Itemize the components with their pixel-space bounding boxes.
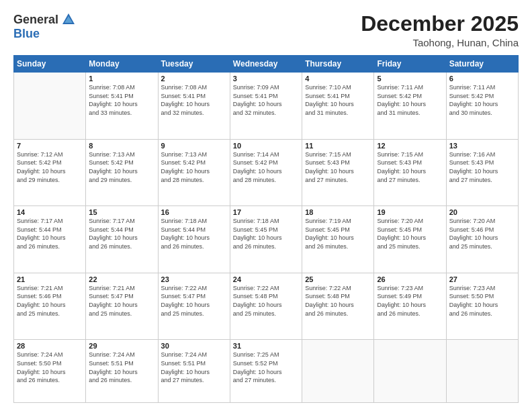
calendar-cell: 11Sunrise: 7:15 AMSunset: 5:43 PMDayligh… bbox=[302, 139, 374, 206]
day-info: Sunrise: 7:22 AMSunset: 5:48 PMDaylight:… bbox=[233, 284, 299, 318]
calendar-cell: 19Sunrise: 7:20 AMSunset: 5:45 PMDayligh… bbox=[374, 206, 446, 273]
col-monday: Monday bbox=[86, 56, 158, 73]
day-info: Sunrise: 7:10 AMSunset: 5:41 PMDaylight:… bbox=[305, 83, 371, 117]
calendar-cell: 25Sunrise: 7:22 AMSunset: 5:48 PMDayligh… bbox=[302, 273, 374, 340]
calendar-header-row: Sunday Monday Tuesday Wednesday Thursday… bbox=[14, 56, 519, 73]
day-number: 5 bbox=[377, 75, 443, 83]
day-number: 29 bbox=[89, 342, 154, 350]
day-number: 18 bbox=[305, 208, 371, 216]
day-number: 17 bbox=[233, 208, 299, 216]
calendar-cell: 24Sunrise: 7:22 AMSunset: 5:48 PMDayligh… bbox=[230, 273, 302, 340]
calendar-cell bbox=[374, 340, 446, 403]
day-info: Sunrise: 7:22 AMSunset: 5:48 PMDaylight:… bbox=[305, 284, 371, 318]
day-info: Sunrise: 7:11 AMSunset: 5:42 PMDaylight:… bbox=[377, 83, 443, 117]
day-info: Sunrise: 7:08 AMSunset: 5:41 PMDaylight:… bbox=[89, 83, 154, 117]
calendar-cell: 26Sunrise: 7:23 AMSunset: 5:49 PMDayligh… bbox=[374, 273, 446, 340]
week-row-5: 28Sunrise: 7:24 AMSunset: 5:50 PMDayligh… bbox=[14, 340, 519, 403]
day-number: 1 bbox=[89, 75, 154, 83]
day-number: 8 bbox=[89, 142, 154, 150]
logo: General Blue bbox=[13, 12, 76, 41]
calendar-cell: 28Sunrise: 7:24 AMSunset: 5:50 PMDayligh… bbox=[14, 340, 86, 403]
day-number: 28 bbox=[17, 342, 83, 350]
week-row-4: 21Sunrise: 7:21 AMSunset: 5:46 PMDayligh… bbox=[14, 273, 519, 340]
calendar-cell: 6Sunrise: 7:11 AMSunset: 5:42 PMDaylight… bbox=[446, 73, 518, 140]
calendar-cell: 17Sunrise: 7:18 AMSunset: 5:45 PMDayligh… bbox=[230, 206, 302, 273]
calendar-cell: 7Sunrise: 7:12 AMSunset: 5:42 PMDaylight… bbox=[14, 139, 86, 206]
day-info: Sunrise: 7:15 AMSunset: 5:43 PMDaylight:… bbox=[377, 150, 443, 184]
day-number: 10 bbox=[233, 142, 299, 150]
calendar-cell: 16Sunrise: 7:18 AMSunset: 5:44 PMDayligh… bbox=[158, 206, 230, 273]
logo-icon bbox=[61, 12, 76, 27]
calendar-cell: 3Sunrise: 7:09 AMSunset: 5:41 PMDaylight… bbox=[230, 73, 302, 140]
calendar-cell: 15Sunrise: 7:17 AMSunset: 5:44 PMDayligh… bbox=[86, 206, 158, 273]
col-thursday: Thursday bbox=[302, 56, 374, 73]
day-info: Sunrise: 7:21 AMSunset: 5:47 PMDaylight:… bbox=[89, 284, 154, 318]
day-info: Sunrise: 7:17 AMSunset: 5:44 PMDaylight:… bbox=[89, 217, 154, 250]
day-number: 6 bbox=[449, 75, 515, 83]
day-info: Sunrise: 7:24 AMSunset: 5:51 PMDaylight:… bbox=[89, 351, 154, 384]
day-number: 4 bbox=[305, 75, 371, 83]
day-info: Sunrise: 7:14 AMSunset: 5:42 PMDaylight:… bbox=[233, 150, 299, 184]
day-info: Sunrise: 7:24 AMSunset: 5:51 PMDaylight:… bbox=[161, 351, 227, 384]
day-info: Sunrise: 7:20 AMSunset: 5:46 PMDaylight:… bbox=[449, 217, 515, 250]
day-number: 21 bbox=[17, 275, 83, 283]
calendar-cell: 18Sunrise: 7:19 AMSunset: 5:45 PMDayligh… bbox=[302, 206, 374, 273]
col-wednesday: Wednesday bbox=[230, 56, 302, 73]
day-info: Sunrise: 7:19 AMSunset: 5:45 PMDaylight:… bbox=[305, 217, 371, 250]
month-title: December 2025 bbox=[361, 12, 519, 36]
page: General Blue December 2025 Taohong, Huna… bbox=[0, 0, 532, 411]
day-info: Sunrise: 7:18 AMSunset: 5:44 PMDaylight:… bbox=[161, 217, 227, 250]
calendar-table: Sunday Monday Tuesday Wednesday Thursday… bbox=[13, 55, 519, 403]
calendar-cell: 2Sunrise: 7:08 AMSunset: 5:41 PMDaylight… bbox=[158, 73, 230, 140]
calendar-cell: 9Sunrise: 7:13 AMSunset: 5:42 PMDaylight… bbox=[158, 139, 230, 206]
day-number: 26 bbox=[377, 275, 443, 283]
day-info: Sunrise: 7:24 AMSunset: 5:50 PMDaylight:… bbox=[17, 351, 83, 384]
day-number: 11 bbox=[305, 142, 371, 150]
day-number: 2 bbox=[161, 75, 227, 83]
week-row-2: 7Sunrise: 7:12 AMSunset: 5:42 PMDaylight… bbox=[14, 139, 519, 206]
day-info: Sunrise: 7:11 AMSunset: 5:42 PMDaylight:… bbox=[449, 83, 515, 117]
day-number: 25 bbox=[305, 275, 371, 283]
day-info: Sunrise: 7:08 AMSunset: 5:41 PMDaylight:… bbox=[161, 83, 227, 117]
title-block: December 2025 Taohong, Hunan, China bbox=[361, 12, 519, 48]
day-number: 22 bbox=[89, 275, 154, 283]
col-friday: Friday bbox=[374, 56, 446, 73]
calendar-cell: 30Sunrise: 7:24 AMSunset: 5:51 PMDayligh… bbox=[158, 340, 230, 403]
col-sunday: Sunday bbox=[14, 56, 86, 73]
day-info: Sunrise: 7:13 AMSunset: 5:42 PMDaylight:… bbox=[89, 150, 154, 184]
calendar-cell: 4Sunrise: 7:10 AMSunset: 5:41 PMDaylight… bbox=[302, 73, 374, 140]
day-info: Sunrise: 7:23 AMSunset: 5:49 PMDaylight:… bbox=[377, 284, 443, 318]
calendar-cell: 23Sunrise: 7:22 AMSunset: 5:47 PMDayligh… bbox=[158, 273, 230, 340]
calendar-cell: 14Sunrise: 7:17 AMSunset: 5:44 PMDayligh… bbox=[14, 206, 86, 273]
day-number: 23 bbox=[161, 275, 227, 283]
calendar-cell: 8Sunrise: 7:13 AMSunset: 5:42 PMDaylight… bbox=[86, 139, 158, 206]
calendar-cell: 31Sunrise: 7:25 AMSunset: 5:52 PMDayligh… bbox=[230, 340, 302, 403]
day-info: Sunrise: 7:15 AMSunset: 5:43 PMDaylight:… bbox=[305, 150, 371, 184]
calendar-cell: 1Sunrise: 7:08 AMSunset: 5:41 PMDaylight… bbox=[86, 73, 158, 140]
calendar-cell bbox=[302, 340, 374, 403]
day-number: 30 bbox=[161, 342, 227, 350]
day-info: Sunrise: 7:22 AMSunset: 5:47 PMDaylight:… bbox=[161, 284, 227, 318]
calendar-cell: 5Sunrise: 7:11 AMSunset: 5:42 PMDaylight… bbox=[374, 73, 446, 140]
calendar-cell: 21Sunrise: 7:21 AMSunset: 5:46 PMDayligh… bbox=[14, 273, 86, 340]
day-number: 19 bbox=[377, 208, 443, 216]
day-number: 27 bbox=[449, 275, 515, 283]
day-info: Sunrise: 7:23 AMSunset: 5:50 PMDaylight:… bbox=[449, 284, 515, 318]
location-title: Taohong, Hunan, China bbox=[361, 37, 519, 48]
day-number: 12 bbox=[377, 142, 443, 150]
logo-blue: Blue bbox=[13, 27, 40, 41]
day-number: 14 bbox=[17, 208, 83, 216]
calendar-cell: 27Sunrise: 7:23 AMSunset: 5:50 PMDayligh… bbox=[446, 273, 518, 340]
calendar-cell: 29Sunrise: 7:24 AMSunset: 5:51 PMDayligh… bbox=[86, 340, 158, 403]
day-info: Sunrise: 7:13 AMSunset: 5:42 PMDaylight:… bbox=[161, 150, 227, 184]
day-info: Sunrise: 7:17 AMSunset: 5:44 PMDaylight:… bbox=[17, 217, 83, 250]
logo-general: General bbox=[13, 13, 58, 27]
day-number: 9 bbox=[161, 142, 227, 150]
day-info: Sunrise: 7:25 AMSunset: 5:52 PMDaylight:… bbox=[233, 351, 299, 384]
day-number: 3 bbox=[233, 75, 299, 83]
day-number: 7 bbox=[17, 142, 83, 150]
col-tuesday: Tuesday bbox=[158, 56, 230, 73]
calendar-cell: 10Sunrise: 7:14 AMSunset: 5:42 PMDayligh… bbox=[230, 139, 302, 206]
calendar-cell: 13Sunrise: 7:16 AMSunset: 5:43 PMDayligh… bbox=[446, 139, 518, 206]
day-info: Sunrise: 7:18 AMSunset: 5:45 PMDaylight:… bbox=[233, 217, 299, 250]
